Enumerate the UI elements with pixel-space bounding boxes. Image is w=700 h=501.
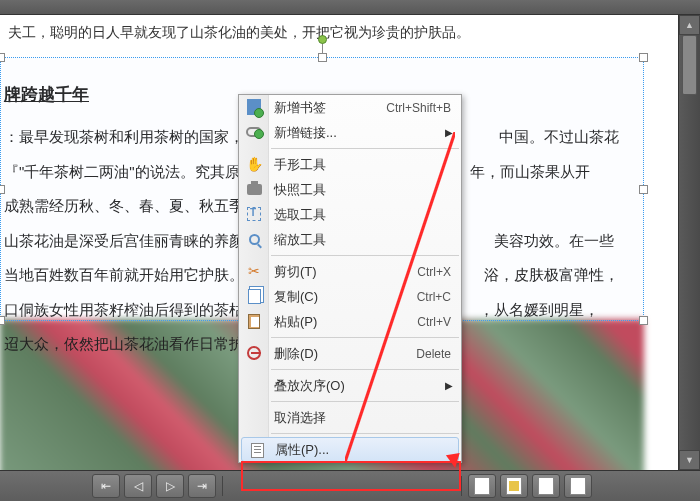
first-page-button[interactable]: ⇤: [92, 474, 120, 498]
menu-separator: [271, 369, 459, 370]
submenu-arrow-icon: ▶: [445, 127, 453, 138]
resize-handle-n[interactable]: [318, 53, 327, 62]
menu-separator: [271, 255, 459, 256]
facing-page-button[interactable]: [532, 474, 560, 498]
submenu-arrow-icon: ▶: [445, 380, 453, 391]
bookmark-icon: [245, 98, 263, 116]
menu-cut[interactable]: ✂ 剪切(T) Ctrl+X: [239, 259, 461, 284]
context-menu: 新增书签 Ctrl+Shift+B 新增链接... ▶ ✋ 手形工具 快照工具 …: [238, 94, 462, 463]
menu-separator: [271, 337, 459, 338]
menu-zoom-tool[interactable]: 缩放工具: [239, 227, 461, 252]
camera-icon: [245, 180, 263, 198]
menu-new-bookmark[interactable]: 新增书签 Ctrl+Shift+B: [239, 95, 461, 120]
scroll-thumb[interactable]: [682, 35, 697, 95]
menu-delete[interactable]: 删除(D) Delete: [239, 341, 461, 366]
menu-shortcut: Delete: [416, 347, 451, 361]
prev-page-button[interactable]: ◁: [124, 474, 152, 498]
menu-snapshot-tool[interactable]: 快照工具: [239, 177, 461, 202]
copy-icon: [245, 287, 263, 305]
menu-shortcut: Ctrl+Shift+B: [386, 101, 451, 115]
resize-handle-se[interactable]: [639, 316, 648, 325]
top-toolbar: [0, 0, 700, 15]
resize-handle-nw[interactable]: [0, 53, 5, 62]
scissors-icon: ✂: [245, 262, 263, 280]
menu-label: 快照工具: [274, 181, 326, 199]
scroll-up-button[interactable]: ▲: [679, 15, 700, 35]
annotation-arrow-head: [446, 453, 462, 469]
scroll-down-button[interactable]: ▼: [679, 450, 700, 470]
menu-label: 新增链接...: [274, 124, 337, 142]
menu-label: 复制(C): [274, 288, 318, 306]
resize-handle-sw[interactable]: [0, 316, 5, 325]
menu-separator: [271, 433, 459, 434]
menu-label: 剪切(T): [274, 263, 317, 281]
menu-label: 删除(D): [274, 345, 318, 363]
menu-label: 叠放次序(O): [274, 377, 345, 395]
continuous-page-button[interactable]: [500, 474, 528, 498]
menu-copy[interactable]: 复制(C) Ctrl+C: [239, 284, 461, 309]
menu-label: 属性(P)...: [275, 441, 329, 459]
menu-deselect[interactable]: 取消选择: [239, 405, 461, 430]
menu-label: 新增书签: [274, 99, 326, 117]
zoom-icon: [245, 230, 263, 248]
menu-paste[interactable]: 粘贴(P) Ctrl+V: [239, 309, 461, 334]
menu-label: 取消选择: [274, 409, 326, 427]
bottom-toolbar: ⇤ ◁ ▷ ⇥: [0, 470, 700, 501]
resize-handle-w[interactable]: [0, 185, 5, 194]
menu-separator: [271, 148, 459, 149]
menu-stacking-order[interactable]: 叠放次序(O) ▶: [239, 373, 461, 398]
select-icon: [245, 205, 263, 223]
menu-label: 手形工具: [274, 156, 326, 174]
next-page-button[interactable]: ▷: [156, 474, 184, 498]
last-page-button[interactable]: ⇥: [188, 474, 216, 498]
menu-separator: [271, 401, 459, 402]
menu-label: 选取工具: [274, 206, 326, 224]
delete-icon: [245, 344, 263, 362]
menu-label: 缩放工具: [274, 231, 326, 249]
facing-continuous-button[interactable]: [564, 474, 592, 498]
rotate-handle[interactable]: [318, 35, 327, 44]
menu-hand-tool[interactable]: ✋ 手形工具: [239, 152, 461, 177]
menu-shortcut: Ctrl+V: [417, 315, 451, 329]
vertical-scrollbar[interactable]: ▲ ▼: [678, 15, 700, 470]
resize-handle-e[interactable]: [639, 185, 648, 194]
menu-new-link[interactable]: 新增链接... ▶: [239, 120, 461, 145]
menu-select-tool[interactable]: 选取工具: [239, 202, 461, 227]
menu-properties[interactable]: 属性(P)...: [241, 437, 459, 462]
menu-shortcut: Ctrl+X: [417, 265, 451, 279]
menu-shortcut: Ctrl+C: [417, 290, 451, 304]
resize-handle-ne[interactable]: [639, 53, 648, 62]
clipboard-icon: [245, 312, 263, 330]
menu-label: 粘贴(P): [274, 313, 317, 331]
single-page-button[interactable]: [468, 474, 496, 498]
hand-icon: ✋: [245, 155, 263, 173]
properties-icon: [248, 441, 266, 459]
link-icon: [245, 123, 263, 141]
